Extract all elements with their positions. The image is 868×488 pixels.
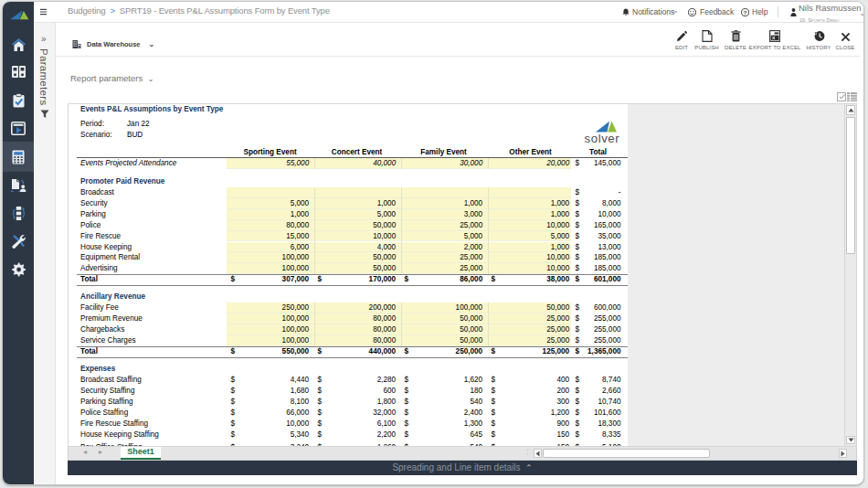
svg-text:solver: solver	[585, 132, 620, 144]
svg-text:?: ?	[744, 9, 747, 16]
